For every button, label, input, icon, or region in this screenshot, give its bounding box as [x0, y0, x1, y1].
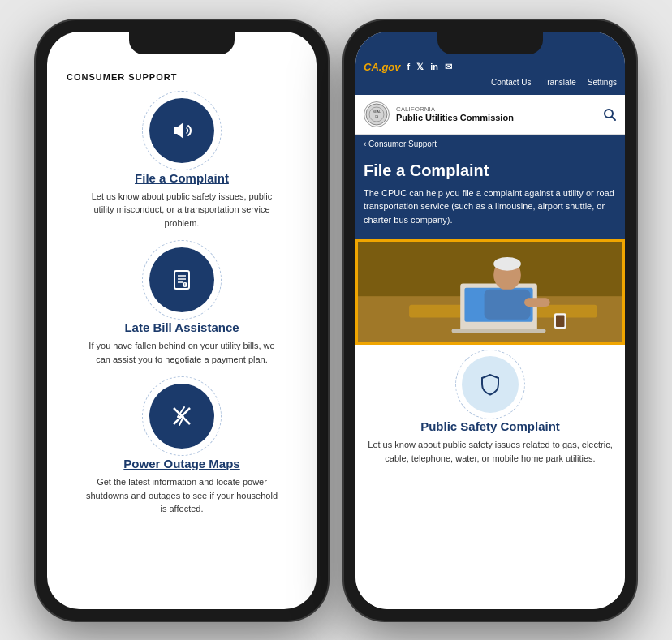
contact-us-link[interactable]: Contact Us: [491, 78, 531, 87]
shield-icon-circle: [462, 356, 519, 413]
notch-right: [437, 32, 543, 54]
megaphone-icon: [167, 116, 196, 145]
bill-card: ! Late Bill Assistance If you have falle…: [67, 247, 297, 366]
page-content-header: File a Complaint The CPUC can help you f…: [355, 153, 625, 240]
outage-desc: Get the latest information and locate po…: [84, 475, 279, 516]
notch-left: [129, 32, 235, 54]
bill-link[interactable]: Late Bill Assistance: [124, 320, 239, 334]
agency-state-label: CALIFORNIA: [396, 105, 596, 113]
breadcrumb-bar: ‹ Consumer Support: [355, 135, 625, 153]
page-description: The CPUC can help you file a complaint a…: [364, 187, 617, 227]
public-safety-link[interactable]: Public Safety Complaint: [364, 419, 617, 433]
svg-rect-20: [452, 329, 546, 333]
facebook-icon[interactable]: f: [407, 62, 411, 71]
phone-right: CA.gov f 𝕏 in ✉ Contact Us Translate Set…: [344, 20, 636, 621]
settings-link[interactable]: Settings: [588, 78, 617, 87]
twitter-icon[interactable]: 𝕏: [416, 62, 424, 72]
svg-line-7: [174, 408, 190, 424]
page-title: File a Complaint: [364, 161, 617, 180]
svg-rect-23: [485, 290, 531, 320]
agency-title-label: Public Utilities Commission: [396, 113, 596, 122]
shield-icon: [477, 372, 503, 397]
linkedin-icon[interactable]: in: [430, 62, 438, 71]
lightning-icon: [167, 402, 196, 431]
ca-gov-logo[interactable]: CA.gov: [364, 61, 401, 73]
bill-desc: If you have fallen behind on your utilit…: [84, 339, 279, 366]
svg-rect-0: [174, 271, 189, 289]
consumer-support-header: CONSUMER SUPPORT: [67, 72, 297, 82]
svg-text:CA: CA: [375, 115, 378, 118]
bill-icon: !: [167, 265, 196, 294]
public-safety-desc: Let us know about public safety issues r…: [364, 438, 617, 465]
complaint-link[interactable]: File a Complaint: [135, 171, 229, 185]
translate-link[interactable]: Translate: [543, 78, 576, 87]
svg-rect-26: [556, 315, 565, 327]
complaint-icon-circle: [149, 98, 214, 163]
svg-line-13: [612, 117, 615, 120]
svg-point-22: [493, 257, 521, 271]
white-content-section: Public Safety Complaint Let us know abou…: [355, 345, 625, 609]
hero-image: [355, 239, 625, 345]
agency-seal: SEAL CA: [364, 101, 390, 127]
svg-text:!: !: [184, 282, 186, 287]
email-icon[interactable]: ✉: [445, 62, 452, 72]
outage-card: Power Outage Maps Get the latest informa…: [67, 384, 297, 516]
bill-icon-circle: !: [149, 247, 214, 312]
agency-name-block: CALIFORNIA Public Utilities Commission: [396, 105, 596, 122]
outage-link[interactable]: Power Outage Maps: [123, 457, 239, 470]
complaint-desc: Let us know about public safety issues, …: [84, 190, 279, 230]
complaint-card: File a Complaint Let us know about publi…: [67, 98, 297, 230]
outage-icon-circle: [149, 384, 214, 449]
svg-text:SEAL: SEAL: [373, 110, 381, 114]
svg-point-4: [183, 282, 187, 287]
search-button[interactable]: [602, 107, 617, 122]
agency-bar: SEAL CA CALIFORNIA Public Utilities Comm…: [355, 95, 625, 135]
svg-line-6: [174, 408, 190, 424]
svg-rect-24: [524, 298, 550, 307]
phone-left: CONSUMER SUPPORT File a Complaint Let us…: [36, 20, 328, 621]
breadcrumb-consumer-support[interactable]: Consumer Support: [368, 140, 437, 148]
